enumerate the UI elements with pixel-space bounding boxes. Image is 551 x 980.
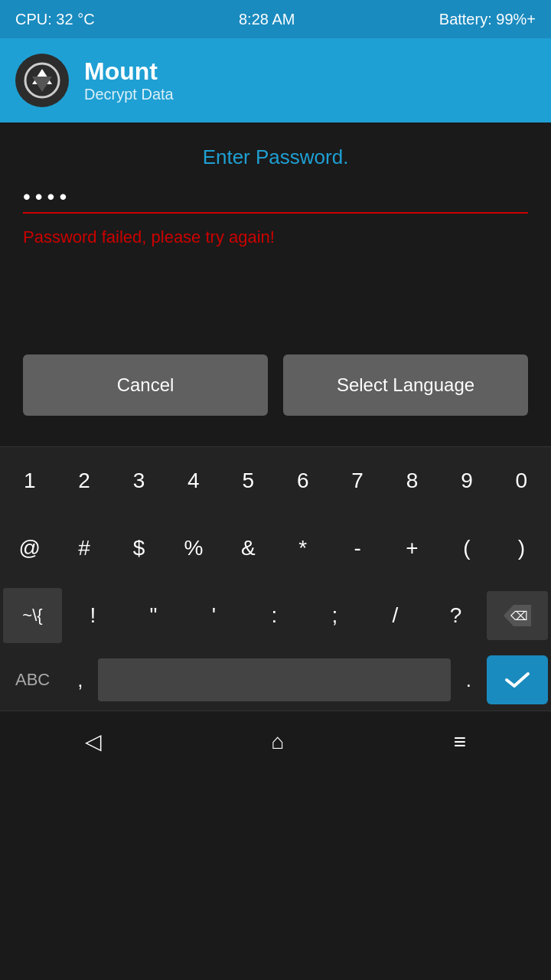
key-4[interactable]: 4: [167, 453, 220, 508]
key-asterisk[interactable]: *: [276, 521, 329, 576]
key-at[interactable]: @: [3, 521, 56, 576]
key-ampersand[interactable]: &: [222, 521, 275, 576]
keyboard-row-numbers: 1 2 3 4 5 6 7 8 9 0: [0, 447, 551, 514]
app-header: Mount Decrypt Data: [0, 38, 551, 122]
key-7[interactable]: 7: [331, 453, 383, 508]
key-3[interactable]: 3: [112, 453, 165, 508]
key-5[interactable]: 5: [222, 453, 275, 508]
battery-status: Battery: 99%+: [439, 11, 536, 28]
cancel-button[interactable]: Cancel: [23, 354, 268, 416]
key-6[interactable]: 6: [276, 453, 329, 508]
key-dquote[interactable]: ": [124, 588, 183, 643]
time-status: 8:28 AM: [239, 11, 295, 28]
key-colon[interactable]: :: [245, 588, 304, 643]
button-row: Cancel Select Language: [23, 354, 528, 416]
password-prompt: Enter Password.: [23, 145, 528, 169]
menu-button[interactable]: ≡: [431, 722, 489, 762]
key-close-paren[interactable]: ): [495, 521, 548, 576]
password-input[interactable]: [23, 185, 528, 209]
cpu-status: CPU: 32 °C: [15, 11, 95, 28]
key-hash[interactable]: #: [57, 521, 110, 576]
key-8[interactable]: 8: [386, 453, 439, 508]
app-subtitle: Decrypt Data: [84, 86, 174, 103]
keyboard-row-symbols1: @ # $ % & * - + ( ): [0, 514, 551, 582]
main-content: Enter Password. Password failed, please …: [0, 122, 551, 446]
key-semicolon[interactable]: ;: [305, 588, 364, 643]
error-message: Password failed, please try again!: [23, 227, 528, 247]
abc-key[interactable]: ABC: [3, 655, 62, 704]
period-key[interactable]: .: [454, 655, 484, 704]
app-title: Mount: [84, 57, 174, 86]
back-button[interactable]: ◁: [62, 721, 125, 762]
key-minus[interactable]: -: [331, 521, 383, 576]
home-button[interactable]: ⌂: [248, 722, 307, 762]
space-key[interactable]: [98, 658, 450, 701]
keyboard-row-bottom: ABC , .: [0, 649, 551, 710]
key-tilde-backslash[interactable]: ~\{: [3, 588, 62, 643]
keyboard: 1 2 3 4 5 6 7 8 9 0 @ # $ % & * - + ( ) …: [0, 446, 551, 710]
key-9[interactable]: 9: [440, 453, 493, 508]
key-squote[interactable]: ': [184, 588, 243, 643]
key-slash[interactable]: /: [366, 588, 425, 643]
status-bar: CPU: 32 °C 8:28 AM Battery: 99%+: [0, 0, 551, 38]
comma-key[interactable]: ,: [65, 655, 95, 704]
key-dollar[interactable]: $: [112, 521, 165, 576]
key-1[interactable]: 1: [3, 453, 56, 508]
key-percent[interactable]: %: [167, 521, 220, 576]
svg-text:⌫: ⌫: [510, 609, 528, 622]
confirm-key[interactable]: [487, 655, 548, 704]
key-plus[interactable]: +: [386, 521, 439, 576]
key-open-paren[interactable]: (: [440, 521, 493, 576]
key-0[interactable]: 0: [495, 453, 548, 508]
key-2[interactable]: 2: [57, 453, 110, 508]
app-title-block: Mount Decrypt Data: [84, 57, 174, 103]
app-icon: [15, 54, 69, 107]
delete-key[interactable]: ⌫: [487, 591, 548, 640]
password-input-wrapper[interactable]: [23, 185, 528, 214]
key-exclaim[interactable]: !: [64, 588, 122, 643]
nav-bar: ◁ ⌂ ≡: [0, 710, 551, 772]
select-language-button[interactable]: Select Language: [283, 354, 528, 416]
key-question[interactable]: ?: [426, 588, 485, 643]
keyboard-row-symbols2: ~\{ ! " ' : ; / ? ⌫: [0, 582, 551, 649]
